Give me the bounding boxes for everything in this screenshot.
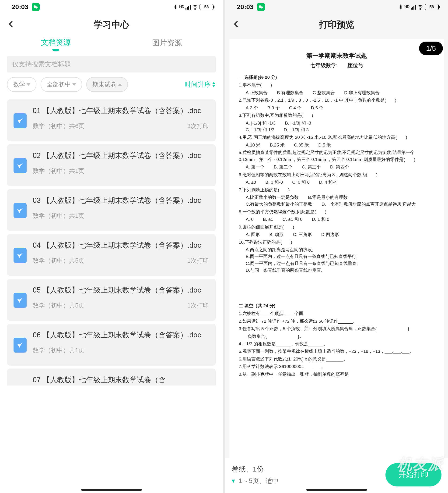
status-bar: 20:03 HD 58 — [225, 0, 448, 14]
status-time: 20:03 — [237, 3, 254, 11]
wifi-icon — [192, 4, 198, 10]
bluetooth-icon — [398, 4, 403, 10]
doc-title: 02 【人教版】七年级上期末数学试卷（含答案）.doc — [33, 150, 209, 161]
list-item[interactable]: 01 【人教版】七年级上期末数学试卷（含答案）.doc 数学（初中）共6页3次打… — [7, 99, 216, 141]
preview-page[interactable]: 1/5 第一学期期末数学试题 七年级数学 座位号 一 选择题(共 20 分) 1… — [229, 39, 444, 458]
doc-list: 01 【人教版】七年级上期末数学试卷（含答案）.doc 数学（初中）共6页3次打… — [0, 97, 223, 493]
doc-icon — [13, 338, 27, 353]
list-item[interactable]: 06 【人教版】七年级上期末数学试卷（含答案）.doc 数学（初中）共1页 — [7, 324, 216, 366]
wechat-icon — [32, 3, 40, 11]
list-item[interactable]: 07 【人教版】七年级上期末数学试卷（含 — [7, 369, 216, 385]
back-button[interactable] — [7, 20, 15, 29]
doc-icon — [13, 293, 27, 308]
list-item[interactable]: 03 【人教版】七年级上期末数学试卷（含答案）.doc 数学（初中）共1页 — [7, 189, 216, 231]
header: 学习中心 — [0, 14, 223, 35]
back-button[interactable] — [232, 20, 241, 29]
bluetooth-icon — [173, 4, 178, 10]
doc-title: 07 【人教版】七年级上期末数学试卷（含 — [33, 375, 209, 385]
chevron-down-icon: ▾ — [232, 477, 235, 485]
header: 打印预览 — [225, 14, 448, 35]
doc-title: 01 【人教版】七年级上期末数学试卷（含答案）.doc — [33, 105, 209, 116]
signal-icon — [185, 4, 191, 10]
paper-content: 第一学期期末数学试题 七年级数学 座位号 一 选择题(共 20 分) 1.零不属… — [229, 39, 444, 383]
home-indicator[interactable] — [306, 489, 367, 491]
page-indicator: 1/5 — [419, 42, 443, 55]
filter-type[interactable]: 期末试卷 — [86, 77, 128, 92]
doc-meta: 数学（初中）共5页 — [33, 257, 85, 265]
svg-point-1 — [35, 6, 38, 8]
svg-point-2 — [195, 9, 195, 9]
status-time: 20:03 — [12, 3, 29, 11]
tab-images[interactable]: 图片资源 — [112, 35, 223, 54]
filter-subject[interactable]: 数学 — [7, 77, 36, 92]
list-item[interactable]: 02 【人教版】七年级上期末数学试卷（含答案）.doc 数学（初中）共1页 — [7, 144, 216, 186]
search-input[interactable]: 仅支持搜索文档标题 — [7, 56, 216, 72]
chevron-down-icon — [72, 83, 76, 86]
doc-icon — [13, 113, 27, 128]
watermark: 机友派 — [397, 454, 443, 474]
chevron-down-icon — [27, 83, 30, 86]
battery-icon: 58 — [200, 4, 213, 10]
filter-grade[interactable]: 全部初中 — [41, 77, 82, 92]
wifi-icon — [417, 4, 423, 10]
list-item[interactable]: 05 【人教版】七年级上期末数学试卷（含答案）.doc 数学（初中）共5页1次打… — [7, 279, 216, 321]
doc-prints: 1次打印 — [187, 257, 209, 265]
hd-icon: HD — [179, 5, 184, 9]
doc-icon — [13, 203, 27, 218]
doc-title: 04 【人教版】七年级上期末数学试卷（含答案）.doc — [33, 240, 209, 251]
doc-icon — [13, 248, 27, 263]
signal-icon — [411, 4, 416, 10]
home-indicator[interactable] — [81, 489, 142, 491]
hd-icon: HD — [404, 5, 409, 9]
doc-prints: 3次打印 — [187, 122, 209, 130]
doc-title: 05 【人教版】七年级上期末数学试卷（含答案）.doc — [33, 285, 209, 296]
left-screen: 20:03 HD 58 学习中心 文档资源 图片资源 仅支持搜索文档标题 数学 … — [0, 0, 223, 493]
print-settings[interactable]: 卷纸、1份 ▾1～5页、适中 — [232, 464, 381, 485]
right-screen: 20:03 HD 58 打印预览 1/5 第一学期期末数学试题 七年级数学 座位… — [225, 0, 448, 493]
doc-title: 06 【人教版】七年级上期末数学试卷（含答案）.doc — [33, 330, 209, 341]
doc-icon — [13, 158, 27, 173]
doc-meta: 数学（初中）共1页 — [33, 346, 85, 354]
filters: 数学 全部初中 期末试卷 时间升序 — [0, 77, 223, 97]
tab-docs[interactable]: 文档资源 — [0, 35, 112, 54]
status-bar: 20:03 HD 58 — [0, 0, 223, 14]
doc-title: 03 【人教版】七年级上期末数学试卷（含答案）.doc — [33, 195, 209, 206]
svg-point-4 — [261, 6, 263, 8]
doc-meta: 数学（初中）共1页 — [33, 167, 85, 175]
doc-prints: 1次打印 — [187, 302, 209, 310]
battery-icon: 58 — [425, 4, 439, 10]
tabs: 文档资源 图片资源 — [0, 35, 223, 54]
doc-meta: 数学（初中）共5页 — [33, 302, 85, 310]
doc-meta: 数学（初中）共1页 — [33, 212, 85, 220]
list-item[interactable]: 04 【人教版】七年级上期末数学试卷（含答案）.doc 数学（初中）共5页1次打… — [7, 234, 216, 276]
doc-meta: 数学（初中）共6页 — [33, 122, 85, 130]
chevron-up-icon — [118, 83, 122, 86]
sort-button[interactable]: 时间升序 — [185, 80, 216, 89]
svg-point-5 — [420, 9, 420, 9]
page-title: 打印预览 — [225, 19, 448, 31]
page-title: 学习中心 — [0, 19, 223, 31]
wechat-icon — [257, 3, 265, 11]
